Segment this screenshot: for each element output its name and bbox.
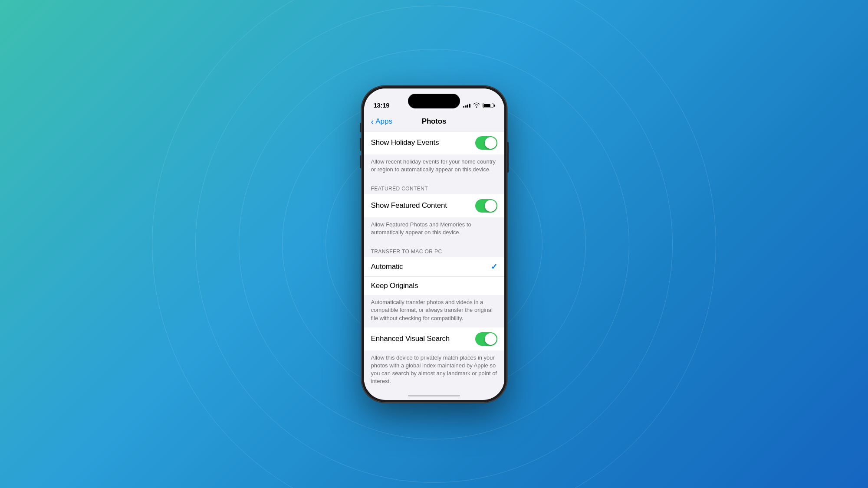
page-title: Photos <box>422 117 446 126</box>
phone-shell: 13:19 <box>362 86 507 403</box>
featured-content-card: Show Featured Content <box>364 194 504 217</box>
keep-originals-label: Keep Originals <box>371 282 418 290</box>
transfer-description: Automatically transfer photos and videos… <box>364 295 504 328</box>
signal-bar-2 <box>465 105 467 108</box>
battery-fill <box>483 104 490 107</box>
holiday-events-row[interactable]: Show Holiday Events <box>364 131 504 154</box>
phone-screen: 13:19 <box>364 88 504 400</box>
featured-content-description: Allow Featured Photos and Memories to au… <box>364 217 504 242</box>
navigation-bar: ‹ Apps Photos <box>364 112 504 131</box>
settings-scroll-content: Show Holiday Events Allow recent holiday… <box>364 131 504 389</box>
home-indicator <box>408 395 460 396</box>
automatic-row[interactable]: Automatic ✓ <box>364 257 504 277</box>
back-label: Apps <box>375 117 392 126</box>
wifi-icon <box>473 102 480 109</box>
signal-bar-4 <box>469 104 470 108</box>
signal-bar-1 <box>463 106 464 108</box>
back-chevron-icon: ‹ <box>371 117 374 126</box>
checkmark-icon: ✓ <box>491 262 497 272</box>
dynamic-island <box>408 94 460 108</box>
volume-up-button <box>360 138 362 151</box>
show-featured-content-row[interactable]: Show Featured Content <box>364 194 504 217</box>
visual-search-card: Enhanced Visual Search <box>364 328 504 350</box>
back-button[interactable]: ‹ Apps <box>371 117 392 126</box>
power-button <box>507 142 509 173</box>
visual-search-description: Allow this device to privately match pla… <box>364 350 504 389</box>
toggle-thumb-2 <box>485 200 496 212</box>
featured-content-header: FEATURED CONTENT <box>364 179 504 194</box>
holiday-events-toggle[interactable] <box>475 136 497 150</box>
volume-down-button <box>360 155 362 168</box>
signal-bar-3 <box>467 105 468 108</box>
battery-icon <box>483 103 495 108</box>
enhanced-visual-search-toggle[interactable] <box>475 332 497 346</box>
holiday-events-label: Show Holiday Events <box>371 138 439 147</box>
silent-switch <box>360 123 362 132</box>
toggle-thumb-3 <box>485 333 496 345</box>
enhanced-visual-search-label: Enhanced Visual Search <box>371 334 450 343</box>
status-icons <box>463 102 495 109</box>
transfer-card: Automatic ✓ Keep Originals <box>364 257 504 295</box>
holiday-events-card: Show Holiday Events <box>364 131 504 154</box>
battery-tip <box>494 105 495 107</box>
show-featured-content-label: Show Featured Content <box>371 201 447 210</box>
keep-originals-row[interactable]: Keep Originals <box>364 277 504 295</box>
toggle-thumb <box>485 137 496 149</box>
transfer-header: TRANSFER TO MAC OR PC <box>364 242 504 257</box>
signal-icon <box>463 104 470 108</box>
status-time: 13:19 <box>374 102 390 109</box>
enhanced-visual-search-row[interactable]: Enhanced Visual Search <box>364 328 504 350</box>
show-featured-content-toggle[interactable] <box>475 199 497 213</box>
automatic-label: Automatic <box>371 262 403 271</box>
holiday-events-description: Allow recent holiday events for your hom… <box>364 154 504 179</box>
